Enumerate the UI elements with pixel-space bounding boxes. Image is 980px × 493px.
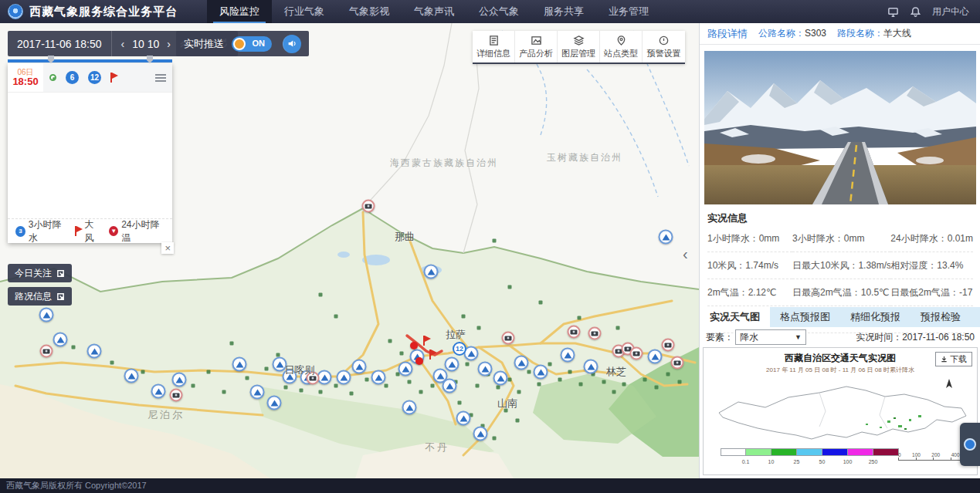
road-camera-marker[interactable]: [307, 372, 320, 385]
road-info-label: 路况信息: [15, 290, 52, 303]
scalebar-num: 100: [912, 452, 921, 458]
legend-wind: 大风: [75, 218, 102, 245]
weather-map[interactable]: 12 海西蒙古族藏族自治州玉树藏族自治州那曲拉萨日喀则林芝山南尼泊尔不丹 201…: [0, 23, 699, 478]
weather-station-marker[interactable]: [39, 308, 54, 322]
nav-item[interactable]: 气象声讯: [402, 0, 466, 23]
nav-item[interactable]: 行业气象: [272, 0, 337, 23]
weather-station-marker[interactable]: [267, 396, 282, 410]
weather-station-marker[interactable]: [561, 348, 575, 363]
road-camera-marker[interactable]: [362, 200, 375, 213]
weather-station-marker[interactable]: [337, 370, 351, 385]
today-focus-button[interactable]: 今日关注: [8, 264, 72, 282]
warning-settings-button[interactable]: 预警设置: [643, 31, 685, 62]
poi-dot: [602, 380, 606, 384]
speaker-icon[interactable]: [283, 35, 301, 53]
weather-station-marker[interactable]: [534, 365, 548, 380]
weather-station-marker[interactable]: [232, 357, 247, 372]
bell-icon[interactable]: [910, 6, 921, 18]
monitor-icon[interactable]: [887, 6, 899, 18]
badge-12h-icon[interactable]: 12: [88, 71, 101, 84]
weather-station-marker[interactable]: [443, 379, 457, 393]
panel-tab[interactable]: 预报检验: [910, 307, 971, 327]
poi-dot: [493, 239, 497, 243]
nav-item[interactable]: 气象影视: [337, 0, 402, 23]
scrubber-handle[interactable]: [147, 56, 153, 63]
road-camera-marker[interactable]: [671, 356, 684, 370]
road-camera-marker[interactable]: [568, 326, 581, 339]
site-type-button[interactable]: 站点类型: [600, 31, 643, 62]
weather-station-marker[interactable]: [53, 333, 68, 347]
close-icon[interactable]: ×: [161, 242, 174, 254]
road-camera-marker[interactable]: [662, 339, 675, 352]
nav-item[interactable]: 风险监控: [207, 0, 272, 23]
weather-station-marker[interactable]: [424, 265, 439, 279]
precip-12h-badge[interactable]: 12: [453, 342, 466, 356]
detail-info-button[interactable]: 详细信息: [473, 31, 515, 62]
download-button[interactable]: 下载: [935, 352, 972, 366]
wind-flag-marker[interactable]: [429, 349, 439, 360]
colorbar-swatch: [746, 448, 771, 456]
road-camera-marker[interactable]: [40, 345, 53, 358]
pager-prev-button[interactable]: ‹: [121, 38, 125, 50]
alert-dot-marker[interactable]: [410, 342, 418, 349]
weather-station-marker[interactable]: [445, 357, 459, 372]
road-camera-marker[interactable]: [170, 389, 183, 402]
list-menu-icon[interactable]: [155, 74, 166, 82]
alert-dot-marker[interactable]: [415, 357, 423, 365]
weather-station-marker[interactable]: [352, 360, 367, 374]
push-toggle[interactable]: ON: [232, 36, 272, 52]
floating-contact-widget[interactable]: [960, 423, 980, 466]
road-camera-marker[interactable]: [588, 327, 602, 340]
weather-station-marker[interactable]: [473, 427, 488, 441]
product-analysis-button[interactable]: 产品分析: [515, 31, 558, 62]
poi-dot: [419, 390, 423, 394]
poi-dot: [300, 389, 303, 393]
panel-collapse-chevron[interactable]: ‹: [683, 245, 688, 263]
weather-station-marker[interactable]: [283, 370, 297, 384]
weather-station-marker[interactable]: [273, 357, 287, 372]
nav-item[interactable]: 业务管理: [596, 0, 661, 23]
pager-next-button[interactable]: ›: [167, 38, 171, 50]
green-status-icon[interactable]: [49, 74, 56, 81]
road-camera-marker[interactable]: [502, 332, 515, 345]
weather-station-marker[interactable]: [648, 349, 663, 364]
copyright-text: 西藏气象局版权所有 Copyright©2017: [6, 480, 147, 491]
weather-station-marker[interactable]: [456, 411, 471, 426]
element-select[interactable]: 降水 ▼: [735, 329, 806, 345]
road-camera-marker[interactable]: [630, 347, 643, 360]
poi-dot: [655, 386, 659, 390]
weather-station-marker[interactable]: [584, 360, 599, 374]
panel-tab[interactable]: 格点预报图: [770, 307, 840, 327]
weather-station-marker[interactable]: [250, 385, 265, 400]
weather-station-marker[interactable]: [402, 400, 417, 415]
user-center-link[interactable]: 用户中心: [932, 5, 969, 19]
nav-item[interactable]: 服务共享: [531, 0, 596, 23]
weather-station-marker[interactable]: [514, 356, 529, 370]
weather-station-marker[interactable]: [124, 369, 139, 383]
weather-station-marker[interactable]: [172, 373, 187, 387]
wind-flag-marker[interactable]: [423, 336, 432, 346]
layer-manage-button[interactable]: 图层管理: [558, 31, 600, 62]
road-info-button[interactable]: 路况信息: [8, 287, 72, 306]
nav-item[interactable]: 公众气象: [466, 0, 531, 23]
colorbar-tick: 25: [784, 459, 809, 464]
alert-settings-icon: [658, 35, 670, 46]
wind-flag-icon[interactable]: [110, 73, 120, 83]
weather-station-marker[interactable]: [398, 362, 413, 377]
timeline-scrubber[interactable]: [8, 59, 172, 62]
element-selected-value: 降水: [740, 331, 758, 344]
weather-station-marker[interactable]: [493, 371, 508, 386]
weather-station-marker[interactable]: [659, 230, 673, 245]
panel-tab[interactable]: 实况天气图: [700, 307, 770, 327]
colorbar-tick: 100: [835, 459, 860, 464]
scrubber-handle[interactable]: [48, 56, 54, 63]
panel-tab[interactable]: 精细化预报: [840, 307, 910, 327]
badge-6h-icon[interactable]: 6: [66, 71, 79, 84]
colorbar-tick: 10: [758, 459, 784, 464]
current-datetime[interactable]: 2017-11-06 18:50: [8, 31, 111, 56]
weather-station-marker[interactable]: [87, 344, 102, 359]
weather-station-marker[interactable]: [151, 384, 166, 399]
weather-station-marker[interactable]: [478, 362, 493, 377]
timeline-body: [8, 93, 172, 218]
weather-station-marker[interactable]: [371, 370, 386, 385]
